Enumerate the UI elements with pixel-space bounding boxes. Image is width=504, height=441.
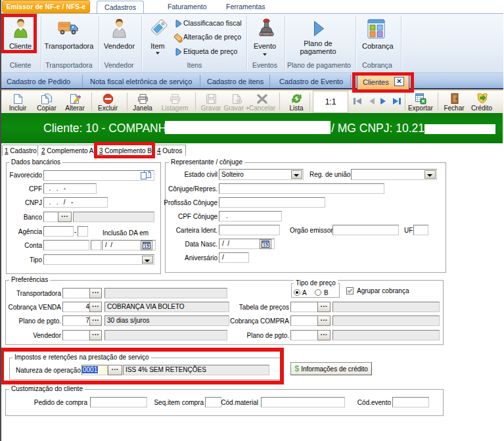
svg-text:15: 15: [144, 244, 149, 248]
svg-text:15: 15: [263, 243, 268, 247]
